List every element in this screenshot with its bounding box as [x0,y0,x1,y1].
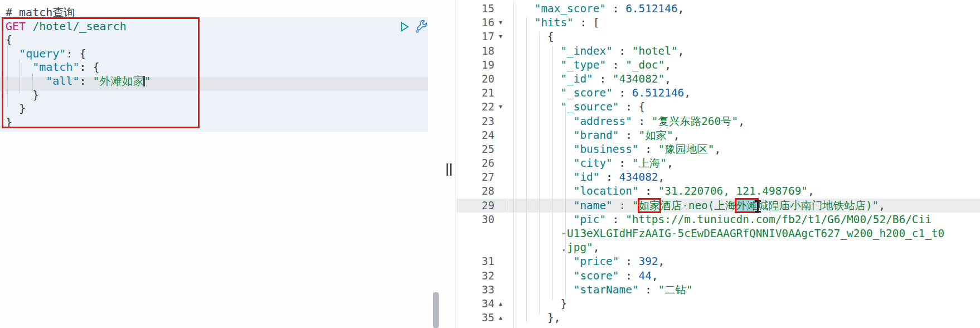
fold-toggle-icon[interactable]: ▾ [494,16,507,30]
red-annotation-box-token: 如家 [639,199,661,212]
code-token: : [639,185,658,197]
response-line: "max_score" : 6.512146, [508,2,980,16]
response-line: "id" : 434082, [508,170,980,184]
wrench-icon[interactable] [413,18,428,35]
code-token: 44 [639,269,652,282]
code-token: "上海" [632,157,667,170]
response-line: "_id" : "434082", [508,72,980,86]
code-token: 6.512146 [625,2,677,15]
response-line: "location" : "31.220706, 121.498769", [508,184,980,198]
code-token: "price" [574,255,619,268]
line-number: 32 [457,269,494,283]
code-token: "_score" [560,86,612,99]
code-token: , [678,2,685,15]
response-line: "brand" : "如家", [508,128,980,142]
code-token: : { [619,100,645,113]
response-line: "_type" : "_doc", [508,58,980,72]
gutter-line: 29 [457,199,508,213]
code-token: "starName" [574,283,639,296]
line-number: 35 [457,311,494,325]
code-token [508,143,574,156]
response-line: "_score" : 6.512146, [508,86,980,100]
code-token: : [606,2,625,15]
code-token: "id" [574,171,600,184]
indent-guide [565,108,566,298]
fold-toggle-icon[interactable]: ▾ [494,100,507,114]
code-token [508,171,574,184]
code-token: , [673,129,680,142]
code-token: "_doc" [625,59,664,71]
panel-splitter-handle[interactable] [447,163,452,176]
gutter-line: 27 [457,170,508,184]
code-token: , [684,86,691,99]
line-number: 17 [457,30,494,44]
code-token: 酒店·neo(上海 [660,199,736,212]
gutter-line: 31 [457,254,508,268]
code-token: , [879,199,885,212]
code-token: "hits" [535,16,574,29]
code-token: "_type" [560,59,606,71]
code-token: , [652,269,658,282]
code-token: "business" [574,143,639,156]
code-token [508,16,535,29]
gutter-line: 30 [457,213,508,226]
code-token: " [632,199,639,212]
code-token: 392 [639,255,658,268]
code-token: : [606,213,625,226]
code-token: , [678,45,685,57]
fold-toggle-icon[interactable]: ▴ [494,297,507,311]
line-number: 19 [457,58,494,72]
code-token: "_source" [560,100,619,113]
code-token [508,115,574,128]
gutter-line [457,226,508,240]
code-token: : [613,45,632,57]
code-token: "豫园地区" [658,143,715,156]
code-token [508,199,574,212]
code-token: , [658,255,665,268]
response-line: "_source" : { [508,100,980,114]
line-number: 29 [457,199,494,213]
code-token: "score" [574,269,619,282]
line-number: 23 [457,114,494,128]
request-editor-panel[interactable]: # match查询GET /hotel/_search{ "query": { … [0,0,456,328]
line-number: 15 [457,2,494,16]
code-token [508,185,574,197]
code-token: : [613,199,632,212]
response-line: }, [508,311,980,325]
code-token [508,213,574,226]
line-number: 22 [457,100,494,114]
code-token: , [664,73,671,85]
red-annotation-box-request [2,17,200,128]
code-token: , [738,115,745,128]
code-token: : [593,73,613,85]
line-number: 27 [457,170,494,184]
response-line-number-gutter: 1516▾17▾1819202122▾232425262728293031323… [457,2,508,325]
line-number: 33 [457,283,494,297]
fold-toggle-icon[interactable]: ▴ [494,311,507,325]
code-token: "434082" [613,73,664,85]
gutter-line: 22▾ [457,100,508,114]
indent-guide [513,2,514,328]
code-token: -U13eXLGIdHFzAAIG-5cEwDEAAGRfQNNIV0AAgcT… [560,227,944,240]
gutter-line: 34▴ [457,297,508,311]
line-number: 20 [457,72,494,86]
code-token: "name" [574,199,613,212]
play-icon[interactable] [397,20,411,33]
code-token: : [619,129,638,142]
code-token: : [619,269,638,282]
code-token: 城隍庙小南门地铁站店)" [758,199,879,212]
line-number: 26 [457,156,494,170]
gutter-line: 16▾ [457,16,508,30]
gutter-line: 15 [457,2,508,16]
code-token: , [808,185,814,197]
line-number: 21 [457,86,494,100]
code-token: } [508,297,567,310]
code-token: "二钻" [658,283,693,296]
response-line: "pic" : "https://m.tuniucdn.com/fb2/t1/G… [508,213,980,226]
code-token: : [613,86,632,99]
code-token: { [508,30,554,43]
fold-toggle-icon[interactable]: ▾ [494,30,507,44]
line-number: 25 [457,142,494,156]
response-line: } [508,297,980,311]
editor-vertical-scrollbar[interactable] [433,292,439,328]
